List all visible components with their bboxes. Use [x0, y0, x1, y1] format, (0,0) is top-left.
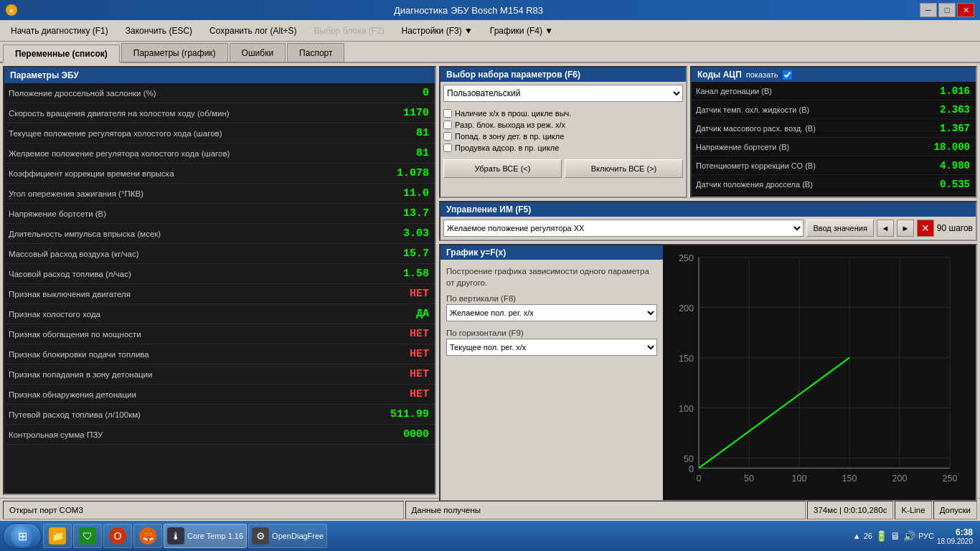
taskbar-app-firefox[interactable]: 🦊 — [133, 524, 162, 548]
coretemp-label: Core Temp 1.16 — [187, 532, 243, 540]
battery-pct: 26 — [864, 532, 872, 540]
chart-left: График y=F(x) Построение графика зависим… — [440, 245, 663, 500]
menu-bar: Начать диагностику (F1) Закончить (ESC) … — [0, 20, 980, 42]
svg-line-25 — [699, 358, 849, 468]
param-btn-row: Убрать ВСЕ (<) Включить ВСЕ (>) — [440, 156, 686, 181]
horizontal-label: По горизонтали (F9) — [446, 329, 657, 337]
tab-passport[interactable]: Паспорт — [287, 43, 344, 62]
param-value: 11.0 — [356, 187, 435, 199]
acp-label: Потенциометр коррекции СО (В) — [692, 161, 918, 170]
input-value-button[interactable]: Ввод значения — [806, 220, 873, 237]
param-label: Часовой расход топлива (л/час) — [4, 270, 356, 278]
param-value: 81 — [356, 127, 435, 139]
svg-text:150: 150 — [842, 474, 857, 484]
svg-text:0: 0 — [689, 464, 694, 474]
param-value: ДА — [356, 308, 435, 320]
param-value: 1170 — [356, 107, 435, 119]
add-all-button[interactable]: Включить ВСЕ (>) — [565, 159, 683, 178]
param-value: 0 — [356, 87, 435, 99]
table-row: Канал детонации (В)1.016 — [692, 82, 976, 100]
param-label: Массовый расход воздуха (кг/час) — [4, 250, 356, 258]
param-list[interactable]: Положение дроссельной заслонки (%)0Скоро… — [4, 83, 435, 494]
menu-save-log[interactable]: Сохранить лог (Alt+S) — [202, 22, 305, 40]
checkbox-input[interactable] — [443, 143, 452, 152]
taskbar-app-coretemp[interactable]: 🌡 Core Temp 1.16 — [164, 524, 247, 548]
table-row: Признак блокировки подачи топливаНЕТ — [4, 344, 435, 364]
table-row: Желаемое положение регулятора холостого … — [4, 143, 435, 164]
menu-start-diag[interactable]: Начать диагностику (F1) — [3, 22, 116, 40]
params-panel-header: Параметры ЭБУ — [4, 67, 435, 83]
status-data: Данные получены — [405, 501, 806, 519]
cancel-button[interactable]: ✕ — [917, 220, 934, 237]
menu-graphs[interactable]: Графики (F4) ▼ — [482, 22, 561, 40]
close-button[interactable]: ✕ — [957, 3, 974, 17]
firefox-icon: 🦊 — [139, 527, 156, 545]
vertical-label: По вертикали (F8) — [446, 294, 657, 303]
nav-left-button[interactable]: ◄ — [877, 220, 894, 237]
svg-text:200: 200 — [892, 474, 907, 484]
table-row: Положение дроссельной заслонки (%)0 — [4, 83, 435, 103]
taskbar-app-explorer[interactable]: 📁 — [43, 524, 72, 548]
horizontal-dropdown[interactable]: Текущее пол. рег. х/х — [446, 339, 657, 356]
status-bar: Открыт порт COM3 Данные получены 374мс |… — [0, 498, 980, 521]
explorer-icon: 📁 — [49, 527, 66, 545]
table-row: Потенциометр коррекции СО (В)4.980 — [692, 156, 976, 175]
taskbar-app-security[interactable]: 🛡 — [73, 524, 102, 548]
checkbox-label: Наличие х/х в прош. цикле выч. — [455, 109, 571, 118]
acp-show-checkbox[interactable] — [783, 70, 792, 80]
tab-params-graph[interactable]: Параметры (график) — [121, 43, 228, 62]
remove-all-button[interactable]: Убрать ВСЕ (<) — [443, 159, 562, 178]
control-inner: Желаемое положение регулятора ХХ Ввод зн… — [440, 217, 976, 240]
param-value: 3.03 — [356, 227, 435, 240]
status-tolerances: Допуски — [933, 501, 977, 519]
tab-errors[interactable]: Ошибки — [230, 43, 286, 62]
table-row: Признак выключения двигателяНЕТ — [4, 284, 435, 304]
param-label: Признак обнаружения детонации — [4, 390, 356, 399]
param-select-box: Выбор набора параметров (F6) Пользовател… — [439, 66, 687, 198]
tray-show-icon[interactable]: ▲ — [853, 532, 861, 540]
menu-settings[interactable]: Настройки (F3) ▼ — [393, 22, 480, 40]
acp-header: Коды АЦП показать — [692, 67, 976, 82]
acp-value: 18.000 — [918, 141, 976, 153]
top-right: Выбор набора параметров (F6) Пользовател… — [439, 66, 977, 198]
control-header: Управление ИМ (F5) — [440, 202, 976, 217]
checkbox-input[interactable] — [443, 109, 452, 118]
menu-stop[interactable]: Закончить (ESC) — [118, 22, 200, 40]
param-value: 511.99 — [356, 408, 435, 420]
maximize-button[interactable]: □ — [938, 3, 956, 17]
checkbox-label: Разр. блок. выхода из реж. х/х — [455, 121, 565, 129]
minimize-button[interactable]: ─ — [920, 3, 937, 17]
status-port: Открыт порт COM3 — [3, 501, 404, 519]
taskbar-app-opera[interactable]: O — [103, 524, 132, 548]
taskbar-app-opendiag[interactable]: ⚙ OpenDiagFree — [248, 524, 327, 548]
param-select-dropdown[interactable]: Пользовательский — [443, 85, 683, 102]
param-label: Признак выключения двигателя — [4, 290, 356, 298]
param-value: НЕТ — [356, 368, 435, 380]
security-icon: 🛡 — [79, 527, 96, 545]
param-value: НЕТ — [356, 328, 435, 340]
checkbox-label: Продувка адсор. в пр. цикле — [455, 143, 559, 152]
clock-time: 6:38 — [937, 527, 973, 537]
nav-right-button[interactable]: ► — [897, 220, 914, 237]
checkbox-list: Наличие х/х в прош. цикле выч.Разр. блок… — [440, 105, 686, 156]
chart-description: Построение графика зависимости одного па… — [446, 265, 657, 288]
checkbox-input[interactable] — [443, 132, 452, 141]
acp-value: 1.016 — [918, 85, 976, 97]
vertical-dropdown[interactable]: Желаемое пол. рег. х/х — [446, 304, 657, 321]
param-value: 1.58 — [356, 268, 435, 280]
acp-list: Канал детонации (В)1.016Датчик темп. охл… — [692, 82, 976, 197]
window-title: Диагностика ЭБУ Bosch M154 R83 — [17, 5, 920, 16]
tab-variables[interactable]: Переменные (список) — [3, 44, 120, 63]
control-dropdown[interactable]: Желаемое положение регулятора ХХ — [443, 220, 804, 237]
param-label: Признак холостого хода — [4, 310, 356, 319]
table-row: Напряжение бортсети (В)18.000 — [692, 138, 976, 156]
param-value: 81 — [356, 147, 435, 159]
params-panel: Параметры ЭБУ Положение дроссельной засл… — [3, 66, 436, 495]
table-row: Скорость вращения двигателя на холостом … — [4, 103, 435, 123]
tabs-bar: Переменные (список) Параметры (график) О… — [0, 42, 980, 63]
table-row: Датчик положения дроссела (В)0.535 — [692, 175, 976, 194]
checkbox-input[interactable] — [443, 121, 452, 129]
chart-svg: 250 200 150 100 50 0 0 50 100 150 200 25… — [669, 251, 970, 494]
opendiag-label: OpenDiagFree — [272, 532, 324, 540]
start-button[interactable]: ⊞ — [3, 523, 42, 549]
